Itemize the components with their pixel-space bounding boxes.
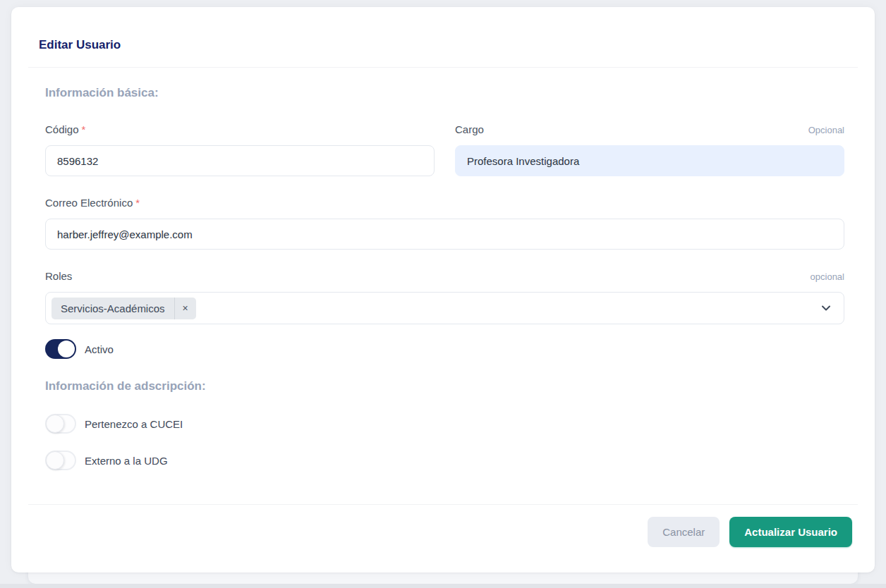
activo-toggle-label: Activo: [85, 343, 114, 355]
activo-toggle-row: Activo: [45, 339, 844, 359]
activo-toggle-knob: [58, 341, 75, 357]
cucei-toggle-row: Pertenezco a CUCEI: [45, 414, 844, 434]
cargo-label: Cargo: [455, 123, 484, 136]
cargo-label-row: Cargo Opcional: [455, 123, 844, 136]
correo-input[interactable]: [45, 219, 844, 250]
roles-field: Roles opcional Servicios-Académicos ×: [45, 270, 844, 324]
externo-toggle-knob: [46, 451, 64, 470]
basic-info-heading: Información básica:: [45, 86, 844, 100]
roles-multiselect[interactable]: Servicios-Académicos ×: [45, 292, 844, 324]
modal-title: Editar Usuario: [39, 37, 858, 52]
update-user-button[interactable]: Actualizar Usuario: [729, 517, 852, 547]
correo-label: Correo Electrónico: [45, 197, 133, 209]
externo-toggle-row: Externo a la UDG: [45, 451, 844, 470]
roles-label-row: Roles opcional: [45, 270, 844, 283]
roles-optional-label: opcional: [811, 271, 844, 283]
externo-toggle-label: Externo a la UDG: [85, 455, 168, 467]
adscription-heading: Información de adscripción:: [45, 379, 844, 393]
correo-required-mark: *: [135, 197, 140, 209]
codigo-cargo-row: Código* Cargo Opcional: [45, 123, 844, 176]
form-body: Información básica: Código* Cargo Opcion…: [11, 68, 875, 470]
cucei-toggle[interactable]: [45, 414, 76, 434]
codigo-label: Código: [45, 123, 79, 135]
codigo-field: Código*: [45, 123, 435, 176]
cucei-toggle-knob: [46, 415, 64, 433]
roles-label: Roles: [45, 270, 72, 283]
edit-user-modal: Editar Usuario Información básica: Códig…: [11, 7, 875, 572]
cucei-toggle-label: Pertenezco a CUCEI: [85, 418, 183, 430]
cargo-field: Cargo Opcional: [455, 123, 844, 176]
codigo-label-row: Código*: [45, 123, 435, 136]
chevron-down-icon[interactable]: [820, 302, 832, 314]
role-tag-label: Servicios-Académicos: [51, 298, 174, 319]
externo-toggle[interactable]: [45, 451, 76, 470]
cargo-optional-label: Opcional: [808, 125, 844, 136]
page-bottom-strip: [0, 584, 886, 588]
correo-label-row: Correo Electrónico*: [45, 197, 844, 209]
codigo-label-wrap: Código*: [45, 123, 85, 136]
codigo-required-mark: *: [82, 123, 86, 135]
correo-field: Correo Electrónico*: [45, 197, 844, 250]
correo-label-wrap: Correo Electrónico*: [45, 197, 140, 209]
role-tag: Servicios-Académicos ×: [51, 298, 196, 319]
page-background: Editar Usuario Información básica: Códig…: [0, 0, 886, 588]
codigo-input[interactable]: [45, 145, 435, 176]
activo-toggle[interactable]: [45, 339, 76, 359]
role-tag-remove-icon[interactable]: ×: [174, 298, 196, 319]
modal-footer: Cancelar Actualizar Usuario: [11, 505, 875, 547]
cargo-input[interactable]: [455, 145, 844, 176]
modal-header: Editar Usuario: [11, 7, 875, 52]
cancel-button[interactable]: Cancelar: [648, 517, 720, 547]
